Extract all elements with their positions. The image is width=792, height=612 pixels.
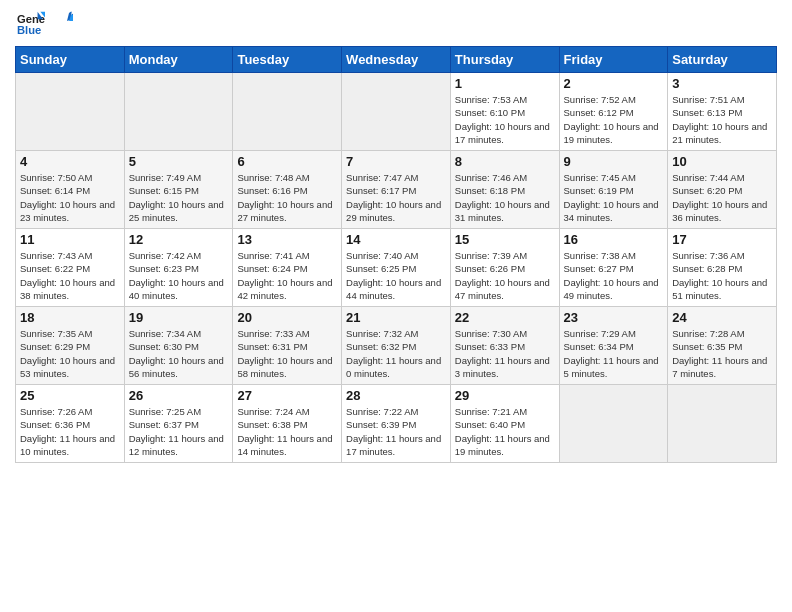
- day-info: Sunrise: 7:50 AM Sunset: 6:14 PM Dayligh…: [20, 171, 120, 224]
- calendar-cell: 21Sunrise: 7:32 AM Sunset: 6:32 PM Dayli…: [342, 307, 451, 385]
- calendar-cell: 13Sunrise: 7:41 AM Sunset: 6:24 PM Dayli…: [233, 229, 342, 307]
- day-info: Sunrise: 7:36 AM Sunset: 6:28 PM Dayligh…: [672, 249, 772, 302]
- svg-text:Blue: Blue: [17, 24, 41, 36]
- header-thursday: Thursday: [450, 47, 559, 73]
- day-info: Sunrise: 7:40 AM Sunset: 6:25 PM Dayligh…: [346, 249, 446, 302]
- calendar-cell: [668, 385, 777, 463]
- day-number: 13: [237, 232, 337, 247]
- day-info: Sunrise: 7:25 AM Sunset: 6:37 PM Dayligh…: [129, 405, 229, 458]
- calendar-cell: 10Sunrise: 7:44 AM Sunset: 6:20 PM Dayli…: [668, 151, 777, 229]
- week-row-0: 1Sunrise: 7:53 AM Sunset: 6:10 PM Daylig…: [16, 73, 777, 151]
- day-number: 3: [672, 76, 772, 91]
- logo-icon: General Blue: [17, 10, 45, 38]
- logo-bird-icon: [49, 7, 73, 31]
- header-sunday: Sunday: [16, 47, 125, 73]
- day-info: Sunrise: 7:42 AM Sunset: 6:23 PM Dayligh…: [129, 249, 229, 302]
- day-number: 4: [20, 154, 120, 169]
- calendar-cell: 19Sunrise: 7:34 AM Sunset: 6:30 PM Dayli…: [124, 307, 233, 385]
- day-info: Sunrise: 7:34 AM Sunset: 6:30 PM Dayligh…: [129, 327, 229, 380]
- calendar-header-row: SundayMondayTuesdayWednesdayThursdayFrid…: [16, 47, 777, 73]
- calendar-cell: 7Sunrise: 7:47 AM Sunset: 6:17 PM Daylig…: [342, 151, 451, 229]
- day-info: Sunrise: 7:44 AM Sunset: 6:20 PM Dayligh…: [672, 171, 772, 224]
- day-number: 2: [564, 76, 664, 91]
- calendar-cell: 11Sunrise: 7:43 AM Sunset: 6:22 PM Dayli…: [16, 229, 125, 307]
- calendar-cell: [233, 73, 342, 151]
- calendar-cell: 24Sunrise: 7:28 AM Sunset: 6:35 PM Dayli…: [668, 307, 777, 385]
- calendar-cell: 6Sunrise: 7:48 AM Sunset: 6:16 PM Daylig…: [233, 151, 342, 229]
- day-info: Sunrise: 7:39 AM Sunset: 6:26 PM Dayligh…: [455, 249, 555, 302]
- day-info: Sunrise: 7:46 AM Sunset: 6:18 PM Dayligh…: [455, 171, 555, 224]
- day-info: Sunrise: 7:21 AM Sunset: 6:40 PM Dayligh…: [455, 405, 555, 458]
- calendar-cell: 25Sunrise: 7:26 AM Sunset: 6:36 PM Dayli…: [16, 385, 125, 463]
- day-number: 6: [237, 154, 337, 169]
- day-number: 7: [346, 154, 446, 169]
- calendar-cell: 2Sunrise: 7:52 AM Sunset: 6:12 PM Daylig…: [559, 73, 668, 151]
- day-number: 12: [129, 232, 229, 247]
- week-row-4: 25Sunrise: 7:26 AM Sunset: 6:36 PM Dayli…: [16, 385, 777, 463]
- day-info: Sunrise: 7:33 AM Sunset: 6:31 PM Dayligh…: [237, 327, 337, 380]
- calendar-table: SundayMondayTuesdayWednesdayThursdayFrid…: [15, 46, 777, 463]
- day-number: 8: [455, 154, 555, 169]
- day-number: 14: [346, 232, 446, 247]
- day-number: 11: [20, 232, 120, 247]
- calendar-cell: 4Sunrise: 7:50 AM Sunset: 6:14 PM Daylig…: [16, 151, 125, 229]
- header: General Blue: [15, 10, 777, 38]
- calendar-cell: [559, 385, 668, 463]
- header-saturday: Saturday: [668, 47, 777, 73]
- day-info: Sunrise: 7:48 AM Sunset: 6:16 PM Dayligh…: [237, 171, 337, 224]
- logo: General Blue: [15, 10, 73, 38]
- day-info: Sunrise: 7:38 AM Sunset: 6:27 PM Dayligh…: [564, 249, 664, 302]
- day-number: 10: [672, 154, 772, 169]
- header-monday: Monday: [124, 47, 233, 73]
- day-info: Sunrise: 7:32 AM Sunset: 6:32 PM Dayligh…: [346, 327, 446, 380]
- week-row-1: 4Sunrise: 7:50 AM Sunset: 6:14 PM Daylig…: [16, 151, 777, 229]
- page: General Blue SundayMondayTuesdayWednesda…: [0, 0, 792, 612]
- calendar-cell: 3Sunrise: 7:51 AM Sunset: 6:13 PM Daylig…: [668, 73, 777, 151]
- calendar-cell: [16, 73, 125, 151]
- day-number: 16: [564, 232, 664, 247]
- day-number: 19: [129, 310, 229, 325]
- calendar-cell: 18Sunrise: 7:35 AM Sunset: 6:29 PM Dayli…: [16, 307, 125, 385]
- calendar-cell: [342, 73, 451, 151]
- calendar-cell: 28Sunrise: 7:22 AM Sunset: 6:39 PM Dayli…: [342, 385, 451, 463]
- calendar-cell: 14Sunrise: 7:40 AM Sunset: 6:25 PM Dayli…: [342, 229, 451, 307]
- calendar-cell: 1Sunrise: 7:53 AM Sunset: 6:10 PM Daylig…: [450, 73, 559, 151]
- calendar-cell: 20Sunrise: 7:33 AM Sunset: 6:31 PM Dayli…: [233, 307, 342, 385]
- day-info: Sunrise: 7:26 AM Sunset: 6:36 PM Dayligh…: [20, 405, 120, 458]
- calendar-cell: 29Sunrise: 7:21 AM Sunset: 6:40 PM Dayli…: [450, 385, 559, 463]
- calendar-cell: [124, 73, 233, 151]
- day-info: Sunrise: 7:41 AM Sunset: 6:24 PM Dayligh…: [237, 249, 337, 302]
- calendar-cell: 16Sunrise: 7:38 AM Sunset: 6:27 PM Dayli…: [559, 229, 668, 307]
- calendar-cell: 15Sunrise: 7:39 AM Sunset: 6:26 PM Dayli…: [450, 229, 559, 307]
- day-number: 21: [346, 310, 446, 325]
- day-info: Sunrise: 7:24 AM Sunset: 6:38 PM Dayligh…: [237, 405, 337, 458]
- calendar-cell: 9Sunrise: 7:45 AM Sunset: 6:19 PM Daylig…: [559, 151, 668, 229]
- day-number: 17: [672, 232, 772, 247]
- day-info: Sunrise: 7:47 AM Sunset: 6:17 PM Dayligh…: [346, 171, 446, 224]
- day-number: 23: [564, 310, 664, 325]
- calendar-cell: 26Sunrise: 7:25 AM Sunset: 6:37 PM Dayli…: [124, 385, 233, 463]
- day-info: Sunrise: 7:53 AM Sunset: 6:10 PM Dayligh…: [455, 93, 555, 146]
- day-number: 25: [20, 388, 120, 403]
- week-row-2: 11Sunrise: 7:43 AM Sunset: 6:22 PM Dayli…: [16, 229, 777, 307]
- day-info: Sunrise: 7:22 AM Sunset: 6:39 PM Dayligh…: [346, 405, 446, 458]
- day-info: Sunrise: 7:43 AM Sunset: 6:22 PM Dayligh…: [20, 249, 120, 302]
- header-friday: Friday: [559, 47, 668, 73]
- calendar-cell: 5Sunrise: 7:49 AM Sunset: 6:15 PM Daylig…: [124, 151, 233, 229]
- header-tuesday: Tuesday: [233, 47, 342, 73]
- day-number: 27: [237, 388, 337, 403]
- day-number: 20: [237, 310, 337, 325]
- day-number: 26: [129, 388, 229, 403]
- calendar-cell: 12Sunrise: 7:42 AM Sunset: 6:23 PM Dayli…: [124, 229, 233, 307]
- calendar-cell: 8Sunrise: 7:46 AM Sunset: 6:18 PM Daylig…: [450, 151, 559, 229]
- day-number: 1: [455, 76, 555, 91]
- day-info: Sunrise: 7:29 AM Sunset: 6:34 PM Dayligh…: [564, 327, 664, 380]
- calendar-cell: 27Sunrise: 7:24 AM Sunset: 6:38 PM Dayli…: [233, 385, 342, 463]
- day-info: Sunrise: 7:51 AM Sunset: 6:13 PM Dayligh…: [672, 93, 772, 146]
- day-number: 29: [455, 388, 555, 403]
- day-number: 5: [129, 154, 229, 169]
- day-number: 9: [564, 154, 664, 169]
- day-number: 15: [455, 232, 555, 247]
- calendar-cell: 23Sunrise: 7:29 AM Sunset: 6:34 PM Dayli…: [559, 307, 668, 385]
- calendar-cell: 17Sunrise: 7:36 AM Sunset: 6:28 PM Dayli…: [668, 229, 777, 307]
